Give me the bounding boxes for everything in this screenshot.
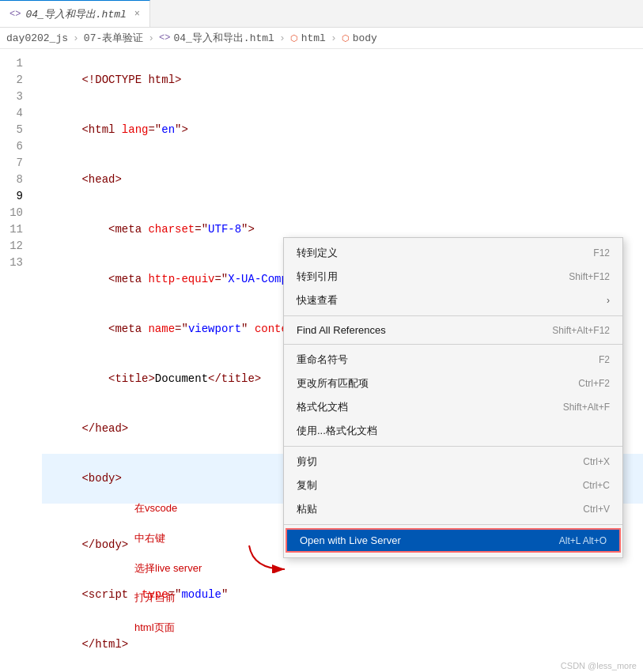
menu-item-format[interactable]: 格式化文档 Shift+Alt+F (284, 395, 622, 419)
breadcrumb-folder-form: 07-表单验证 (84, 31, 143, 45)
menu-item-rename[interactable]: 重命名符号 F2 (284, 348, 622, 372)
separator-4 (284, 524, 622, 525)
menu-item-find-refs[interactable]: Find All References Shift+Alt+F12 (284, 319, 622, 341)
line-number-11: 11 (0, 221, 36, 238)
breadcrumb-code-icon: <> (159, 32, 170, 43)
menu-item-paste-label: 粘贴 (297, 502, 317, 516)
html-open-tag: <html (81, 123, 121, 136)
line-number-9: 9 (0, 188, 36, 205)
annotation-line-2: 中右键 (134, 530, 202, 546)
chevron-right-icon: › (607, 295, 610, 306)
menu-item-change-all-label: 更改所有匹配项 (297, 376, 369, 391)
breadcrumb-sep-4: › (331, 32, 337, 44)
menu-item-cut[interactable]: 剪切 Ctrl+X (284, 450, 622, 474)
menu-item-goto-def[interactable]: 转到定义 F12 (284, 241, 622, 265)
menu-item-format-with[interactable]: 使用...格式化文档 (284, 419, 622, 443)
lang-value: en (161, 123, 175, 136)
code-line-12: <script type="module" (42, 570, 643, 620)
menu-item-peek[interactable]: 快速查看 › (284, 289, 622, 312)
line-number-7: 7 (0, 155, 36, 172)
breadcrumb-body-tag: body (353, 32, 377, 44)
line-number-12: 12 (0, 238, 36, 255)
tab-close-button[interactable]: × (134, 9, 140, 20)
annotation-line-4: 打开当前 (134, 590, 202, 606)
line-number-2: 2 (0, 72, 36, 89)
breadcrumb: day0202_js › 07-表单验证 › <> 04_导入和导出.html … (0, 28, 643, 49)
menu-item-find-refs-shortcut: Shift+Alt+F12 (552, 325, 610, 336)
breadcrumb-folder-day: day0202_js (6, 32, 68, 44)
breadcrumb-body-icon: ⬡ (342, 33, 350, 43)
line-number-13: 13 (0, 255, 36, 271)
separator-3 (284, 446, 622, 447)
code-line-3: <head> (42, 155, 643, 205)
menu-item-live-server-label: Open with Live Server (300, 534, 401, 546)
line-numbers: 1 2 3 4 5 6 7 8 9 10 11 12 13 (0, 49, 36, 672)
menu-item-goto-ref-shortcut: Shift+F12 (569, 271, 610, 282)
line-number-10: 10 (0, 205, 36, 221)
menu-item-cut-shortcut: Ctrl+X (583, 456, 610, 467)
tab-item[interactable]: <> 04_导入和导出.html × (0, 0, 150, 27)
menu-item-paste[interactable]: 粘贴 Ctrl+V (284, 497, 622, 521)
line-number-6: 6 (0, 138, 36, 155)
menu-item-live-server[interactable]: Open with Live Server Alt+L Alt+O (286, 528, 621, 553)
menu-item-change-all-shortcut: Ctrl+F2 (578, 378, 610, 389)
menu-item-find-refs-label: Find All References (297, 324, 386, 336)
menu-item-copy[interactable]: 复制 Ctrl+C (284, 474, 622, 497)
code-line-2: <html lang="en"> (42, 105, 643, 155)
tab-title: 04_导入和导出.html (25, 7, 126, 21)
menu-item-format-with-label: 使用...格式化文档 (297, 424, 377, 438)
doctype-tag: <!DOCTYPE html> (81, 74, 181, 86)
lang-attr: lang (122, 123, 149, 136)
menu-item-goto-ref-label: 转到引用 (297, 270, 338, 284)
menu-item-copy-shortcut: Ctrl+C (583, 480, 610, 491)
menu-item-goto-def-label: 转到定义 (297, 246, 338, 260)
tab-bar: <> 04_导入和导出.html × (0, 0, 643, 28)
menu-item-goto-def-shortcut: F12 (593, 247, 610, 259)
code-line-13: </html> (42, 620, 643, 670)
line-number-4: 4 (0, 105, 36, 122)
arrow-icon (245, 542, 293, 573)
breadcrumb-html-tag: html (301, 32, 326, 44)
separator-1 (284, 315, 622, 316)
menu-item-copy-label: 复制 (297, 478, 317, 493)
breadcrumb-sep-3: › (279, 32, 286, 44)
tab-file-icon: <> (9, 9, 21, 20)
menu-item-peek-label: 快速查看 (297, 293, 338, 308)
menu-item-paste-shortcut: Ctrl+V (583, 504, 610, 515)
annotation-line-3: 选择live server (134, 561, 202, 576)
menu-item-change-all[interactable]: 更改所有匹配项 Ctrl+F2 (284, 372, 622, 395)
menu-item-format-shortcut: Shift+Alt+F (563, 402, 610, 413)
breadcrumb-sep-1: › (73, 32, 79, 44)
breadcrumb-file: 04_导入和导出.html (173, 31, 274, 45)
breadcrumb-html-icon: ⬡ (290, 33, 298, 43)
line-number-5: 5 (0, 122, 36, 138)
menu-item-format-label: 格式化文档 (297, 400, 348, 414)
code-line-1: <!DOCTYPE html> (42, 55, 643, 105)
separator-2 (284, 344, 622, 345)
breadcrumb-sep-2: › (148, 32, 154, 44)
watermark: CSDN @less_more (561, 661, 637, 670)
menu-item-rename-label: 重命名符号 (297, 353, 348, 367)
line-number-8: 8 (0, 172, 36, 188)
menu-item-live-server-shortcut: Alt+L Alt+O (559, 535, 607, 546)
menu-item-goto-ref[interactable]: 转到引用 Shift+F12 (284, 265, 622, 289)
menu-item-cut-label: 剪切 (297, 455, 317, 469)
head-tag: <head> (81, 173, 121, 186)
annotation-arrow (245, 542, 293, 576)
annotation-line-5: html页面 (134, 620, 202, 636)
menu-item-rename-shortcut: F2 (599, 354, 610, 365)
line-number-3: 3 (0, 89, 36, 105)
annotation-text: 在vscode 中右键 选择live server 打开当前 html页面 (134, 486, 202, 650)
context-menu: 转到定义 F12 转到引用 Shift+F12 快速查看 › Find All … (283, 237, 623, 558)
line-number-1: 1 (0, 55, 36, 72)
annotation-line-1: 在vscode (134, 500, 202, 516)
